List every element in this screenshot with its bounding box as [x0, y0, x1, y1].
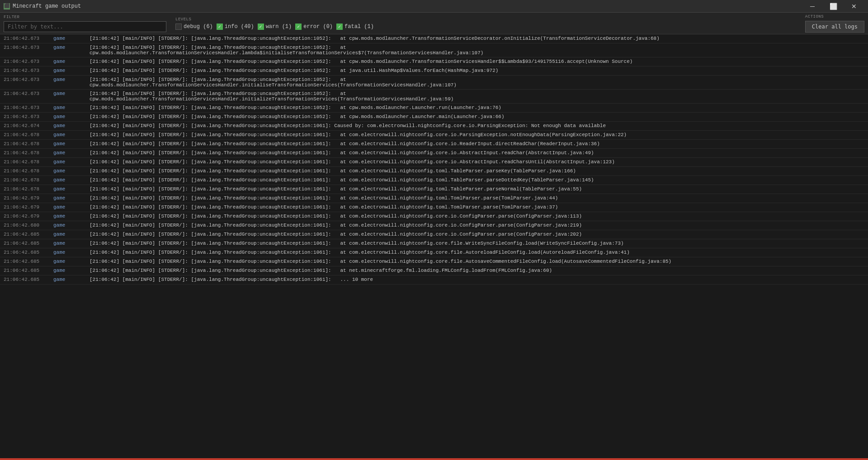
- maximize-button[interactable]: ⬜: [823, 0, 844, 13]
- window-controls: ─ ⬜ ✕: [802, 0, 864, 13]
- log-source: game: [50, 267, 86, 274]
- log-time: 21:06:42.685: [0, 240, 50, 247]
- level-item-debug[interactable]: debug (6): [175, 24, 213, 30]
- level-label-fatal: fatal (1): [344, 24, 374, 30]
- log-message: [21:06:42] [main/INFO] [STDERR/]: [java.…: [86, 168, 868, 174]
- log-time: 21:06:42.673: [0, 35, 50, 42]
- app-icon: ⬛: [4, 3, 10, 9]
- toolbar: FILTER LEVELS debug (6)info (40)warn (1)…: [0, 13, 868, 34]
- log-message: [21:06:42] [main/INFO] [STDERR/]: [java.…: [86, 222, 868, 228]
- log-source: game: [50, 132, 86, 138]
- log-message: [21:06:42] [main/INFO] [STDERR/]: [java.…: [86, 150, 868, 156]
- levels-label: LEVELS: [175, 17, 794, 22]
- level-item-fatal[interactable]: fatal (1): [336, 24, 374, 30]
- levels-content: debug (6)info (40)warn (1)error (0)fatal…: [175, 24, 794, 30]
- log-row: 21:06:42.678game[21:06:42] [main/INFO] […: [0, 149, 868, 158]
- log-message: [21:06:42] [main/INFO] [STDERR/]: [java.…: [86, 159, 868, 165]
- log-row: 21:06:42.678game[21:06:42] [main/INFO] […: [0, 140, 868, 149]
- log-time: 21:06:42.678: [0, 186, 50, 192]
- log-row: 21:06:42.678game[21:06:42] [main/INFO] […: [0, 176, 868, 185]
- log-source: game: [50, 150, 86, 156]
- log-source: game: [50, 159, 86, 165]
- log-time: 21:06:42.673: [0, 114, 50, 120]
- log-row: 21:06:42.680game[21:06:42] [main/INFO] […: [0, 221, 868, 230]
- log-message: [21:06:42] [main/INFO] [STDERR/]: [java.…: [86, 90, 868, 102]
- log-time: 21:06:42.673: [0, 67, 50, 74]
- level-checkbox-debug: [175, 24, 182, 30]
- window-title: Minecraft game output: [13, 3, 81, 9]
- log-row: 21:06:42.679game[21:06:42] [main/INFO] […: [0, 194, 868, 203]
- log-row: 21:06:42.673game[21:06:42] [main/INFO] […: [0, 57, 868, 66]
- log-row: 21:06:42.673game[21:06:42] [main/INFO] […: [0, 76, 868, 90]
- filter-content: [4, 21, 170, 32]
- log-row: 21:06:42.673game[21:06:42] [main/INFO] […: [0, 104, 868, 113]
- log-source: game: [50, 168, 86, 174]
- log-message: [21:06:42] [main/INFO] [STDERR/]: [java.…: [86, 104, 868, 111]
- levels-section: LEVELS debug (6)info (40)warn (1)error (…: [175, 17, 800, 30]
- log-source: game: [50, 240, 86, 247]
- filter-section: FILTER: [4, 15, 175, 32]
- clear-all-logs-button[interactable]: Clear all logs: [805, 21, 864, 33]
- log-message: [21:06:42] [main/INFO] [STDERR/]: [java.…: [86, 114, 868, 120]
- log-time: 21:06:42.679: [0, 204, 50, 210]
- log-row: 21:06:42.673game[21:06:42] [main/INFO] […: [0, 66, 868, 76]
- log-time: 21:06:42.673: [0, 104, 50, 111]
- log-source: game: [50, 44, 86, 51]
- log-source: game: [50, 222, 86, 228]
- level-item-info[interactable]: info (40): [217, 24, 254, 30]
- level-label-debug: debug (6): [184, 24, 213, 30]
- log-time: 21:06:42.685: [0, 249, 50, 256]
- log-message: [21:06:42] [main/INFO] [STDERR/]: [java.…: [86, 213, 868, 219]
- log-source: game: [50, 104, 86, 111]
- log-row: 21:06:42.673game[21:06:42] [main/INFO] […: [0, 34, 868, 43]
- log-message: [21:06:42] [main/INFO] [STDERR/]: [java.…: [86, 195, 868, 201]
- log-source: game: [50, 276, 86, 283]
- bottom-progress-bar: [0, 458, 868, 460]
- log-source: game: [50, 141, 86, 147]
- log-source: game: [50, 195, 86, 201]
- log-message: [21:06:42] [main/INFO] [STDERR/]: [java.…: [86, 186, 868, 192]
- log-message: [21:06:42] [main/INFO] [STDERR/]: [java.…: [86, 204, 868, 210]
- close-button[interactable]: ✕: [844, 0, 864, 13]
- log-message: [21:06:42] [main/INFO] [STDERR/]: [java.…: [86, 123, 868, 129]
- log-row: 21:06:42.673game[21:06:42] [main/INFO] […: [0, 90, 868, 104]
- log-row: 21:06:42.679game[21:06:42] [main/INFO] […: [0, 212, 868, 221]
- log-area[interactable]: 21:06:42.673game[21:06:42] [main/INFO] […: [0, 34, 868, 458]
- log-message: [21:06:42] [main/INFO] [STDERR/]: [java.…: [86, 141, 868, 147]
- log-row: 21:06:42.678game[21:06:42] [main/INFO] […: [0, 185, 868, 194]
- minimize-button[interactable]: ─: [802, 0, 823, 13]
- log-message: [21:06:42] [main/INFO] [STDERR/]: [java.…: [86, 177, 868, 183]
- log-row: 21:06:42.678game[21:06:42] [main/INFO] […: [0, 131, 868, 140]
- level-item-warn[interactable]: warn (1): [258, 24, 292, 30]
- log-time: 21:06:42.673: [0, 58, 50, 65]
- log-time: 21:06:42.679: [0, 195, 50, 201]
- filter-input[interactable]: [4, 21, 166, 32]
- log-time: 21:06:42.685: [0, 231, 50, 237]
- log-row: 21:06:42.685game[21:06:42] [main/INFO] […: [0, 275, 868, 285]
- log-source: game: [50, 213, 86, 219]
- log-source: game: [50, 90, 86, 97]
- log-time: 21:06:42.680: [0, 222, 50, 228]
- level-label-warn: warn (1): [266, 24, 292, 30]
- log-time: 21:06:42.673: [0, 44, 50, 51]
- log-message: [21:06:42] [main/INFO] [STDERR/]: [java.…: [86, 58, 868, 65]
- log-source: game: [50, 231, 86, 237]
- log-source: game: [50, 177, 86, 183]
- log-time: 21:06:42.678: [0, 168, 50, 174]
- log-row: 21:06:42.673game[21:06:42] [main/INFO] […: [0, 113, 868, 122]
- log-message: [21:06:42] [main/INFO] [STDERR/]: [java.…: [86, 35, 868, 42]
- log-message: [21:06:42] [main/INFO] [STDERR/]: [java.…: [86, 276, 868, 283]
- level-checkbox-error: [295, 24, 302, 30]
- log-source: game: [50, 76, 86, 83]
- filter-label: FILTER: [4, 15, 170, 19]
- level-checkbox-warn: [258, 24, 264, 30]
- log-container: 21:06:42.673game[21:06:42] [main/INFO] […: [0, 34, 868, 285]
- log-time: 21:06:42.679: [0, 213, 50, 219]
- log-time: 21:06:42.678: [0, 141, 50, 147]
- log-message: [21:06:42] [main/INFO] [STDERR/]: [java.…: [86, 132, 868, 138]
- log-source: game: [50, 204, 86, 210]
- log-row: 21:06:42.673game[21:06:42] [main/INFO] […: [0, 43, 868, 57]
- log-time: 21:06:42.673: [0, 76, 50, 83]
- log-source: game: [50, 58, 86, 65]
- level-item-error[interactable]: error (0): [295, 24, 333, 30]
